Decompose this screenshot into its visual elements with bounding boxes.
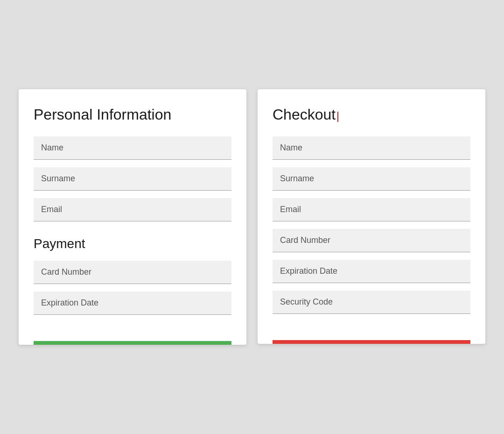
right-card-bottom-bar	[273, 340, 470, 344]
surname-field[interactable]	[34, 167, 231, 191]
checkout-title: Checkout	[273, 106, 336, 123]
email-field[interactable]	[34, 198, 231, 221]
checkout-surname-field[interactable]	[273, 167, 470, 191]
expiration-date-field[interactable]	[34, 292, 231, 315]
payment-title: Payment	[34, 236, 231, 251]
page-container: Personal Information Payment Checkout	[0, 71, 504, 363]
checkout-title-row: Checkout	[273, 106, 470, 123]
personal-information-title: Personal Information	[34, 106, 231, 123]
left-card-bottom-bar	[34, 341, 231, 345]
personal-information-card: Personal Information Payment	[19, 89, 246, 345]
checkout-name-field[interactable]	[273, 136, 470, 160]
checkout-card: Checkout	[258, 89, 485, 344]
name-field[interactable]	[34, 136, 231, 160]
text-cursor-icon	[337, 112, 338, 122]
checkout-email-field[interactable]	[273, 198, 470, 221]
card-number-field[interactable]	[34, 261, 231, 284]
checkout-card-number-field[interactable]	[273, 229, 470, 252]
checkout-expiration-date-field[interactable]	[273, 260, 470, 283]
checkout-security-code-field[interactable]	[273, 291, 470, 314]
